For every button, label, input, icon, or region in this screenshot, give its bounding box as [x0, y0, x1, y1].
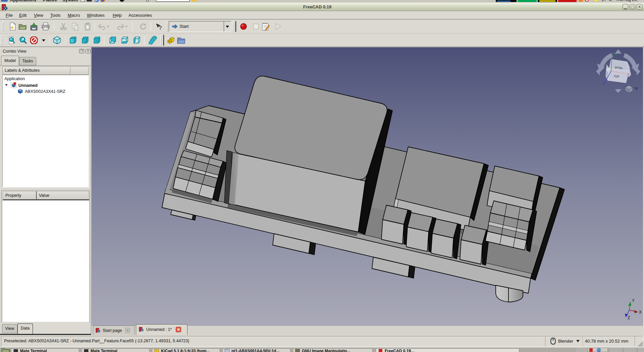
svg-text:X: X [639, 310, 642, 314]
svg-text:Z: Z [603, 81, 605, 85]
svg-text:Z: Z [628, 315, 630, 320]
svg-text:Y: Y [632, 298, 635, 303]
svg-text:?: ? [159, 25, 162, 31]
svg-text:TOP: TOP [613, 74, 620, 78]
svg-text:X: X [627, 72, 630, 76]
svg-text:Y: Y [613, 52, 615, 56]
